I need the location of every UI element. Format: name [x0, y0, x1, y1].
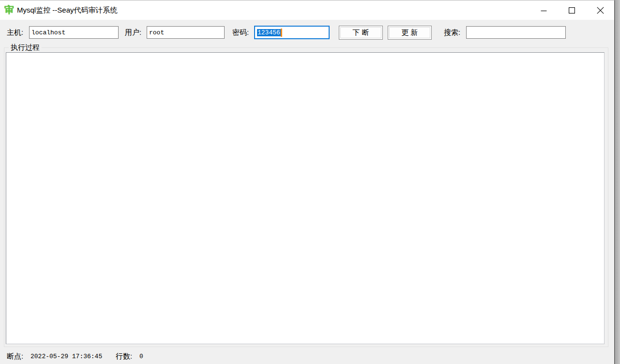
update-button[interactable]: 更 新 [388, 26, 432, 40]
execution-log-area[interactable] [6, 52, 605, 344]
close-button[interactable] [589, 0, 611, 20]
execution-groupbox: 执行过程 [4, 47, 608, 347]
text-caret [281, 29, 282, 37]
breakpoint-value: 2022-05-29 17:36:45 [30, 353, 102, 360]
user-label: 用户: [125, 26, 141, 39]
window-title: Mysql监控 --Seay代码审计系统 [17, 0, 118, 20]
host-label: 主机: [7, 26, 23, 39]
minimize-icon [541, 7, 547, 14]
execution-group-label: 执行过程 [9, 43, 42, 52]
close-icon [597, 7, 604, 14]
rows-value: 0 [139, 353, 143, 360]
host-input[interactable]: localhost [29, 26, 119, 39]
break-button[interactable]: 下 断 [339, 26, 383, 40]
rows-label: 行数: [116, 352, 132, 361]
password-input[interactable]: 123456 [254, 26, 330, 39]
titlebar: 审 Mysql监控 --Seay代码审计系统 [0, 0, 614, 20]
password-label: 密码: [232, 26, 249, 39]
app-window: 审 Mysql监控 --Seay代码审计系统 主机: localhost 用户:… [0, 0, 615, 364]
app-icon: 审 [4, 4, 15, 15]
host-input-value: localhost [31, 29, 65, 36]
password-input-value: 123456 [257, 29, 281, 36]
search-input[interactable] [466, 26, 566, 39]
maximize-button[interactable] [560, 0, 583, 20]
minimize-button[interactable] [532, 0, 555, 20]
app-icon-glyph: 审 [4, 5, 14, 15]
maximize-icon [569, 7, 575, 14]
window-edge-shadow [616, 0, 620, 364]
user-input-value: root [149, 29, 164, 36]
search-label: 搜索: [444, 26, 460, 39]
user-input[interactable]: root [147, 26, 225, 39]
breakpoint-label: 断点: [7, 352, 23, 361]
